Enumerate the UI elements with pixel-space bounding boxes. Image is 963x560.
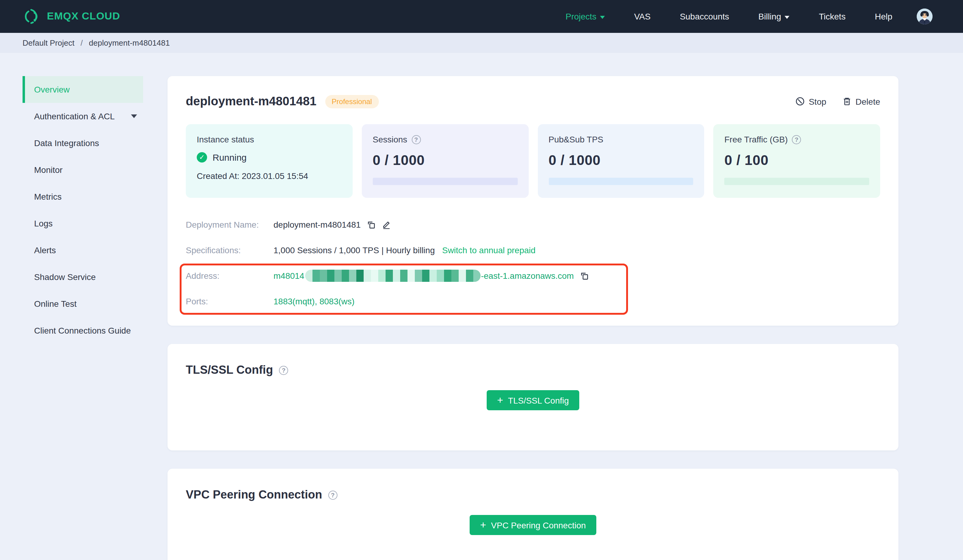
specifications-value: 1,000 Sessions / 1,000 TPS | Hourly bill…: [274, 245, 435, 255]
traffic-value: 0 / 100: [725, 152, 869, 168]
connection-info-group: Address: m48014 -east-1.amazonaws.com: [186, 270, 880, 308]
sidebar-item-shadow-service[interactable]: Shadow Service: [23, 264, 143, 290]
sidebar-item-client-connections-guide[interactable]: Client Connections Guide: [23, 317, 143, 344]
stat-label: Pub&Sub TPS: [548, 134, 603, 144]
address-redaction: [305, 270, 480, 282]
main-content: deployment-m4801481 Professional Stop De…: [167, 76, 898, 560]
plan-badge: Professional: [325, 95, 379, 108]
emqx-cloud-console: EMQX CLOUD Projects VAS Subaccounts Bill…: [0, 0, 963, 560]
help-icon[interactable]: ?: [412, 135, 421, 144]
nav-item-billing[interactable]: Billing: [758, 11, 790, 21]
emqx-logo-icon: [23, 7, 41, 26]
page-title: deployment-m4801481: [186, 94, 316, 108]
traffic-progress-bar: [725, 178, 869, 185]
tps-progress-bar: [548, 178, 694, 185]
pubsub-tps-card: Pub&Sub TPS 0 / 1000: [538, 124, 704, 198]
breadcrumb: Default Project / deployment-m4801481: [0, 33, 963, 53]
chevron-down-icon: [131, 115, 137, 118]
ports-label: Ports:: [186, 296, 274, 306]
brand-name: EMQX CLOUD: [47, 10, 120, 23]
specifications-label: Specifications:: [186, 245, 274, 255]
help-icon[interactable]: ?: [279, 366, 288, 375]
chevron-down-icon: [785, 16, 790, 19]
plus-icon: +: [497, 395, 503, 405]
sessions-value: 0 / 1000: [373, 152, 518, 168]
delete-button[interactable]: Delete: [842, 97, 880, 106]
instance-status-card: Instance status ✓ Running Created At: 20…: [186, 124, 353, 198]
sidebar-item-online-test[interactable]: Online Test: [23, 290, 143, 317]
edit-icon[interactable]: [382, 220, 391, 230]
breadcrumb-separator: /: [81, 38, 83, 47]
sessions-card: Sessions ? 0 / 1000: [362, 124, 529, 198]
stat-label: Instance status: [197, 134, 254, 144]
nav-item-projects[interactable]: Projects: [566, 11, 605, 21]
breadcrumb-current: deployment-m4801481: [89, 38, 170, 47]
sessions-progress-bar: [373, 178, 518, 185]
stop-button[interactable]: Stop: [795, 97, 826, 106]
sidebar-item-logs[interactable]: Logs: [23, 210, 143, 237]
vpc-peering-section: VPC Peering Connection ? + VPC Peering C…: [167, 469, 898, 560]
stat-label: Free Traffic (GB): [725, 134, 788, 144]
tps-value: 0 / 1000: [548, 152, 694, 168]
switch-to-annual-link[interactable]: Switch to annual prepaid: [442, 245, 536, 255]
deployment-name-label: Deployment Name:: [186, 220, 274, 230]
stat-label: Sessions: [373, 134, 407, 144]
deployment-details: Deployment Name: deployment-m4801481: [186, 218, 880, 308]
address-prefix: m48014: [274, 271, 304, 281]
nav-items: Projects VAS Subaccounts Billing Tickets…: [566, 11, 892, 21]
stop-icon: [795, 97, 804, 106]
copy-icon[interactable]: [367, 220, 376, 229]
sidebar-item-data-integrations[interactable]: Data Integrations: [23, 129, 143, 157]
sidebar-item-metrics[interactable]: Metrics: [23, 183, 143, 210]
ports-value: 1883(mqtt), 8083(ws): [274, 296, 355, 306]
nav-item-tickets[interactable]: Tickets: [819, 11, 846, 21]
stats-row: Instance status ✓ Running Created At: 20…: [186, 124, 880, 198]
breadcrumb-project[interactable]: Default Project: [23, 38, 75, 47]
check-circle-icon: ✓: [197, 152, 207, 162]
help-icon[interactable]: ?: [328, 490, 337, 499]
address-suffix: -east-1.amazonaws.com: [481, 271, 574, 281]
brand-logo[interactable]: EMQX CLOUD: [23, 7, 120, 26]
address-label: Address:: [186, 271, 274, 281]
sidebar: Overview Authentication & ACL Data Integ…: [23, 76, 143, 344]
deployment-name-value: deployment-m4801481: [274, 220, 361, 230]
plus-icon: +: [480, 520, 486, 530]
tls-ssl-section: TLS/SSL Config ? + TLS/SSL Config: [167, 344, 898, 450]
created-at: Created At: 2023.01.05 15:54: [197, 171, 342, 181]
sidebar-item-overview[interactable]: Overview: [23, 76, 143, 103]
deployment-overview-card: deployment-m4801481 Professional Stop De…: [167, 76, 898, 326]
add-tls-ssl-config-button[interactable]: + TLS/SSL Config: [487, 390, 579, 410]
nav-item-help[interactable]: Help: [875, 11, 892, 21]
nav-item-vas[interactable]: VAS: [634, 11, 650, 21]
tls-section-title: TLS/SSL Config: [186, 363, 273, 377]
copy-icon[interactable]: [580, 271, 589, 280]
user-avatar[interactable]: [917, 8, 932, 24]
help-icon[interactable]: ?: [792, 135, 801, 144]
sidebar-item-authentication-acl[interactable]: Authentication & ACL: [23, 103, 143, 129]
add-vpc-peering-button[interactable]: + VPC Peering Connection: [470, 515, 596, 535]
chevron-down-icon: [600, 16, 605, 19]
free-traffic-card: Free Traffic (GB) ? 0 / 100: [713, 124, 880, 198]
trash-icon: [842, 97, 851, 106]
sidebar-item-monitor[interactable]: Monitor: [23, 157, 143, 183]
sidebar-item-alerts[interactable]: Alerts: [23, 237, 143, 264]
top-nav: EMQX CLOUD Projects VAS Subaccounts Bill…: [0, 0, 963, 33]
nav-item-subaccounts[interactable]: Subaccounts: [680, 11, 729, 21]
vpc-section-title: VPC Peering Connection: [186, 488, 322, 502]
instance-status-value: Running: [212, 152, 247, 162]
